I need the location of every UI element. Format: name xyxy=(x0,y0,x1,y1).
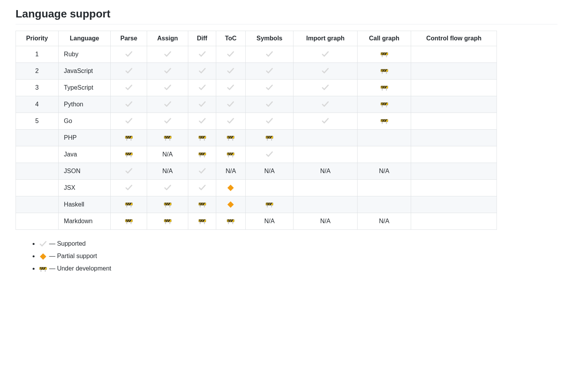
status-cell xyxy=(216,96,245,113)
status-cell xyxy=(245,63,293,80)
status-cell xyxy=(357,46,411,63)
status-cell xyxy=(411,180,497,196)
status-cell xyxy=(147,63,188,80)
status-cell xyxy=(293,113,358,130)
construction-icon xyxy=(198,200,207,209)
status-cell xyxy=(147,196,188,213)
construction-icon xyxy=(380,50,389,59)
construction-icon xyxy=(198,217,207,225)
check-icon xyxy=(265,67,274,75)
legend-separator: — xyxy=(47,253,57,259)
check-icon xyxy=(226,100,235,109)
construction-icon xyxy=(380,83,389,92)
status-cell xyxy=(147,80,188,96)
status-cell xyxy=(216,63,245,80)
check-icon xyxy=(198,50,207,59)
diamond-icon xyxy=(39,252,47,261)
status-cell: N/A xyxy=(293,163,358,180)
column-header: Diff xyxy=(188,31,216,46)
language-cell: Ruby xyxy=(58,46,111,63)
construction-icon xyxy=(265,134,274,142)
check-icon xyxy=(226,50,235,59)
status-cell xyxy=(188,180,216,196)
check-icon xyxy=(125,100,133,109)
status-cell xyxy=(216,46,245,63)
column-header: Control flow graph xyxy=(411,31,497,46)
status-cell xyxy=(111,46,147,63)
check-icon xyxy=(198,67,207,75)
construction-icon xyxy=(380,67,389,75)
check-icon xyxy=(163,117,172,125)
status-cell xyxy=(357,196,411,213)
status-cell xyxy=(147,96,188,113)
check-icon xyxy=(198,83,207,92)
check-icon xyxy=(163,83,172,92)
check-icon xyxy=(321,83,330,92)
check-icon xyxy=(163,50,172,59)
check-icon xyxy=(125,117,133,125)
check-icon xyxy=(39,240,47,248)
status-cell xyxy=(411,113,497,130)
language-cell: JSON xyxy=(58,163,111,180)
construction-icon xyxy=(198,134,207,142)
construction-icon xyxy=(265,200,274,209)
check-icon xyxy=(321,67,330,75)
status-cell xyxy=(357,113,411,130)
status-cell xyxy=(188,80,216,96)
legend: — Supported — Partial support — Under de… xyxy=(16,238,557,275)
status-cell: N/A xyxy=(357,163,411,180)
priority-cell: 3 xyxy=(16,80,59,96)
status-cell xyxy=(245,146,293,163)
status-cell xyxy=(293,80,358,96)
table-row: Haskell xyxy=(16,196,497,213)
status-cell xyxy=(188,213,216,230)
check-icon xyxy=(265,150,274,159)
status-cell: N/A xyxy=(357,213,411,230)
legend-text: Under development xyxy=(57,265,111,272)
construction-icon xyxy=(39,265,47,273)
status-cell xyxy=(111,96,147,113)
status-cell xyxy=(111,213,147,230)
table-row: JavaN/A xyxy=(16,146,497,163)
status-cell xyxy=(216,113,245,130)
check-icon xyxy=(198,117,207,125)
column-header: Priority xyxy=(16,31,59,46)
status-cell xyxy=(411,146,497,163)
check-icon xyxy=(265,83,274,92)
check-icon xyxy=(198,184,207,192)
construction-icon xyxy=(226,217,235,225)
construction-icon xyxy=(125,217,133,225)
status-cell xyxy=(147,130,188,146)
status-cell: N/A xyxy=(216,163,245,180)
status-cell xyxy=(357,130,411,146)
diamond-icon xyxy=(226,184,235,192)
check-icon xyxy=(226,117,235,125)
status-cell xyxy=(357,80,411,96)
construction-icon xyxy=(163,200,172,209)
status-cell xyxy=(147,46,188,63)
status-cell xyxy=(188,63,216,80)
column-header: ToC xyxy=(216,31,245,46)
construction-icon xyxy=(125,200,133,209)
table-row: PHP xyxy=(16,130,497,146)
construction-icon xyxy=(380,117,389,125)
status-cell xyxy=(411,80,497,96)
construction-icon xyxy=(380,100,389,109)
priority-cell xyxy=(16,196,59,213)
column-header: Import graph xyxy=(293,31,358,46)
status-cell xyxy=(188,130,216,146)
column-header: Assign xyxy=(147,31,188,46)
check-icon xyxy=(125,167,133,175)
language-cell: Python xyxy=(58,96,111,113)
language-cell: PHP xyxy=(58,130,111,146)
status-cell xyxy=(293,96,358,113)
table-row: MarkdownN/AN/AN/A xyxy=(16,213,497,230)
status-cell xyxy=(245,180,293,196)
language-cell: Markdown xyxy=(58,213,111,230)
construction-icon xyxy=(125,150,133,159)
priority-cell xyxy=(16,213,59,230)
check-icon xyxy=(265,117,274,125)
status-cell: N/A xyxy=(293,213,358,230)
status-cell xyxy=(216,196,245,213)
status-cell xyxy=(293,130,358,146)
